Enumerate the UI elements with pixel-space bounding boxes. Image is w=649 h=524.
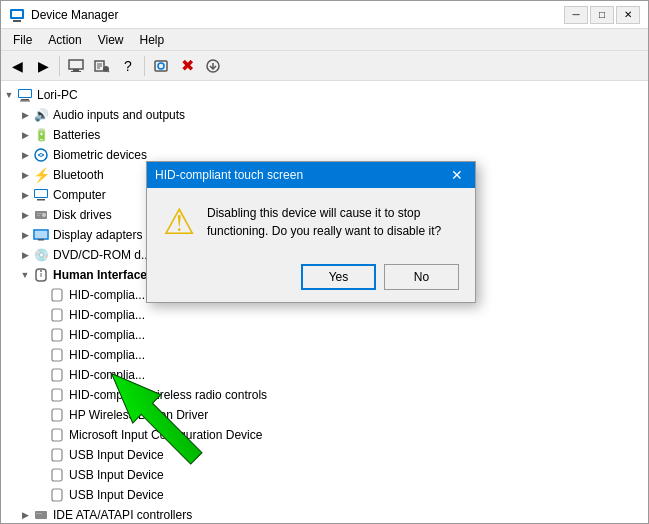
svg-rect-1 [13,20,21,22]
dialog-overlay: HID-compliant touch screen ✕ ⚠ Disabling… [1,81,648,523]
toolbar-sep-2 [144,56,145,76]
svg-marker-47 [97,359,210,472]
download-button[interactable] [201,54,225,78]
title-bar: Device Manager ─ □ ✕ [1,1,648,29]
svg-rect-5 [71,71,81,72]
help-button[interactable]: ? [116,54,140,78]
properties-button[interactable] [90,54,114,78]
device-manager-window: Device Manager ─ □ ✕ File Action View He… [0,0,649,524]
no-button[interactable]: No [384,264,459,290]
toolbar-sep-1 [59,56,60,76]
app-icon [9,7,25,23]
scan-button[interactable] [149,54,173,78]
title-bar-left: Device Manager [9,7,118,23]
green-arrow [81,343,241,503]
forward-button[interactable]: ▶ [31,54,55,78]
toolbar: ◀ ▶ ? ✖ [1,51,648,81]
delete-button[interactable]: ✖ [175,54,199,78]
maximize-button[interactable]: □ [590,6,614,24]
title-bar-buttons: ─ □ ✕ [564,6,640,24]
menu-file[interactable]: File [5,31,40,48]
computer-view-button[interactable] [64,54,88,78]
back-button[interactable]: ◀ [5,54,29,78]
dialog-body: ⚠ Disabling this device will cause it to… [147,188,475,256]
svg-line-11 [108,71,109,72]
main-content: ▼ Lori-PC ▶ 🔊 Audio inputs and outputs [1,81,648,523]
menu-action[interactable]: Action [40,31,89,48]
minimize-button[interactable]: ─ [564,6,588,24]
dialog-message: Disabling this device will cause it to s… [207,204,459,240]
menu-bar: File Action View Help [1,29,648,51]
dialog-buttons: Yes No [147,256,475,302]
close-button[interactable]: ✕ [616,6,640,24]
window-title: Device Manager [31,8,118,22]
svg-point-13 [158,63,164,69]
menu-view[interactable]: View [90,31,132,48]
dialog-title-bar: HID-compliant touch screen ✕ [147,162,475,188]
menu-help[interactable]: Help [132,31,173,48]
yes-button[interactable]: Yes [301,264,376,290]
dialog-close-button[interactable]: ✕ [447,166,467,184]
svg-rect-2 [12,11,22,17]
svg-rect-4 [73,69,79,71]
disable-device-dialog: HID-compliant touch screen ✕ ⚠ Disabling… [146,161,476,303]
svg-rect-3 [69,60,83,69]
warning-icon: ⚠ [163,204,195,240]
dialog-title: HID-compliant touch screen [155,168,303,182]
